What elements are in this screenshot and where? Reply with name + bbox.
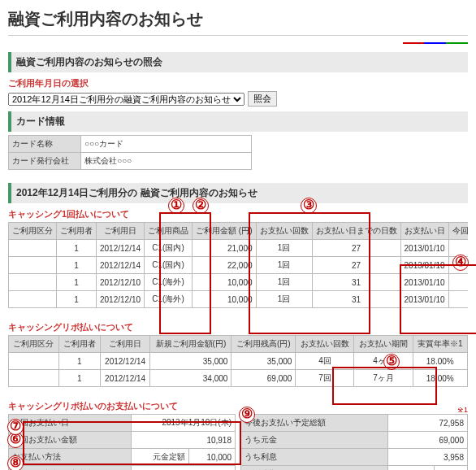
table-row: 12012/12/10C1(海外)10,0001回312013/01/1010,…	[9, 274, 469, 291]
kv-value: 69,000	[387, 432, 467, 449]
kv-value: 7回	[435, 466, 468, 471]
cell: 10,152	[448, 291, 468, 308]
cell: 7回	[296, 370, 354, 387]
cell: 2013/01/10	[400, 291, 448, 308]
table-row: うち元金69,000	[241, 432, 468, 449]
cell	[9, 291, 57, 308]
col-header: ご利用残高(円)	[232, 336, 296, 353]
col-header: お支払い回数	[296, 336, 354, 353]
kv-value: 7ヶ月	[387, 466, 434, 471]
col-header: お支払い日までの日数	[312, 223, 400, 240]
t3-title: キャッシングリボ払いのお支払いについて	[8, 400, 178, 412]
table-row: 今回お支払い日2013年1月10日(木)	[9, 415, 236, 432]
cell: 2012/12/14	[100, 370, 150, 387]
cell: 1回	[256, 240, 312, 257]
col-header: ご利用日	[100, 336, 150, 353]
cell: C1(海外)	[145, 291, 193, 308]
card-table: カード名称○○○カード カード発行会社株式会社○○○	[8, 135, 252, 170]
cell	[9, 353, 59, 370]
cell: 31	[312, 291, 400, 308]
cell: 10,152	[448, 274, 468, 291]
cell: 2012/12/10	[97, 274, 145, 291]
cell: 2013/01/10	[400, 274, 448, 291]
table-row: ボーナス加算月/加算額	[9, 466, 236, 471]
card-name: ○○○カード	[81, 136, 252, 153]
cell: 1	[57, 257, 97, 274]
col-header: お支払い回数	[256, 223, 312, 240]
card-name-label: カード名称	[9, 136, 81, 153]
table-row: ご返済期間/回数7ヶ月7回	[241, 466, 468, 471]
cell	[9, 240, 57, 257]
t2-title: キャッシングリボ払いについて	[8, 321, 468, 333]
table-row: 12012/12/1435,00035,0004回4ヶ月18.00%	[9, 353, 468, 370]
search-button[interactable]: 照会	[248, 91, 277, 107]
cell: 18.00%	[413, 370, 467, 387]
kv-label: 今回お支払い金額	[9, 432, 132, 449]
col-header: お支払い期間	[354, 336, 413, 353]
kv-label: うち元金	[241, 432, 388, 449]
kv-label: ボーナス加算月/加算額	[9, 466, 132, 471]
cell: 31	[312, 274, 400, 291]
cell: C1(海外)	[145, 274, 193, 291]
kv-label: ご返済期間/回数	[241, 466, 388, 471]
cell: 1	[57, 240, 97, 257]
kv-label: 今回お支払い日	[9, 415, 132, 432]
period-select[interactable]: 2012年12月14日ご利用分の融資ご利用内容のお知らせ	[8, 93, 244, 106]
page-title: 融資ご利用内容のお知らせ	[8, 8, 468, 36]
search-header: 融資ご利用内容のお知らせの照会	[8, 52, 468, 72]
kv-label: うち利息	[241, 449, 388, 466]
payment-detail-right: 今後お支払い予定総額72,958うち元金69,000うち利息3,958ご返済期間…	[240, 414, 468, 470]
kv-value: 10,918	[132, 432, 236, 449]
select-label: ご利用年月日の選択	[8, 77, 468, 89]
cell: 35,000	[232, 353, 296, 370]
cell: 10,000	[193, 274, 256, 291]
cell: 27	[312, 240, 400, 257]
kv-label: お支払い方法	[9, 449, 132, 466]
col-header: 実質年率※1	[413, 336, 467, 353]
col-header: 新規ご利用金額(円)	[150, 336, 232, 353]
cell: 10,000	[193, 291, 256, 308]
cell: 7ヶ月	[354, 370, 413, 387]
cell: 22,000	[193, 257, 256, 274]
cell: 2012/12/14	[97, 257, 145, 274]
payment-detail-left: 今回お支払い日2013年1月10日(木)今回お支払い金額10,918お支払い方法…	[8, 414, 236, 470]
kv-value: 2013年1月10日(木)	[132, 415, 236, 432]
cell: 21,279	[448, 240, 468, 257]
cell: 1	[57, 291, 97, 308]
cell: 1	[58, 353, 100, 370]
table-row: 12012/12/14C1(国内)21,0001回272013/01/1021,…	[9, 240, 469, 257]
table-row: 12012/12/14C1(国内)22,0001回272013/01/1022,…	[9, 257, 469, 274]
cell: 2012/12/10	[97, 291, 145, 308]
cell	[9, 257, 57, 274]
col-header: ご利用金額 (円)	[193, 223, 256, 240]
cell: 21,000	[193, 240, 256, 257]
cell: C1(国内)	[145, 257, 193, 274]
cell: 1	[58, 370, 100, 387]
note-ref: ※1	[457, 406, 468, 414]
col-header: ご利用者	[57, 223, 97, 240]
t1-wrap: ご利用区分ご利用者ご利用日ご利用商品ご利用金額 (円)お支払い回数お支払い日まで…	[8, 222, 468, 308]
cell: 4回	[296, 353, 354, 370]
cell: 35,000	[150, 353, 232, 370]
cell: 2013/01/10	[400, 240, 448, 257]
cell: 69,000	[232, 370, 296, 387]
accent-stripe	[8, 42, 468, 44]
cell: 27	[312, 257, 400, 274]
cell: 2012/12/14	[97, 240, 145, 257]
col-header: 今回お支払い日のお支払金額	[448, 223, 468, 240]
kv-value: 3,958	[387, 449, 467, 466]
table-row: 今回お支払い金額10,918	[9, 432, 236, 449]
cell: 1回	[256, 257, 312, 274]
cell	[9, 274, 57, 291]
cell: 22,292	[448, 257, 468, 274]
cell: 1回	[256, 274, 312, 291]
table-row: 12012/12/1434,00069,0007回7ヶ月18.00%	[9, 370, 468, 387]
kv-value: 72,958	[387, 415, 467, 432]
issuer: 株式会社○○○	[81, 153, 252, 170]
table-row: お支払い方法元金定額10,000	[9, 449, 236, 466]
kv-value: 10,000	[188, 449, 235, 466]
kv-label: 今後お支払い予定総額	[241, 415, 388, 432]
cell: 1	[57, 274, 97, 291]
cell: C1(国内)	[145, 240, 193, 257]
col-header: ご利用区分	[9, 223, 57, 240]
